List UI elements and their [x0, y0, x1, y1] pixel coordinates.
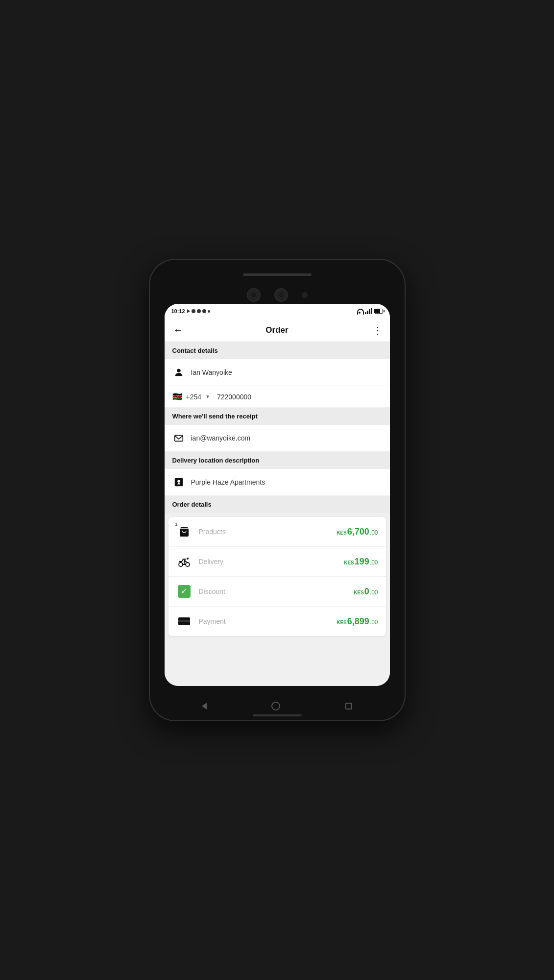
payment-currency: KES	[337, 620, 347, 625]
order-details-card: 1 Products KES 6,700 .00	[169, 517, 386, 636]
discount-label: Discount	[199, 588, 347, 595]
dropdown-arrow-icon[interactable]: ▼	[205, 394, 210, 399]
delivery-price: KES 199 .00	[344, 557, 378, 567]
delivery-currency: KES	[344, 560, 354, 565]
address-row: Purple Haze Apartments	[165, 469, 390, 496]
play-icon	[187, 309, 190, 313]
phone-bottom-nav	[150, 702, 405, 710]
battery-icon	[374, 309, 383, 314]
dot-icon-1	[192, 309, 195, 313]
svg-rect-1	[174, 436, 183, 441]
products-row: 1 Products KES 6,700 .00	[169, 517, 386, 547]
status-icons	[187, 309, 210, 313]
checkmark-icon: ✓	[181, 588, 187, 595]
speaker	[302, 292, 308, 298]
payment-label: Payment	[199, 617, 330, 625]
dot-small	[208, 310, 210, 313]
discount-price-cents: .00	[370, 589, 378, 596]
svg-point-6	[186, 563, 190, 566]
name-row: Ian Wanyoike	[165, 359, 390, 386]
delivery-body: Purple Haze Apartments	[165, 469, 390, 496]
svg-point-5	[179, 563, 183, 566]
back-button[interactable]: ←	[171, 322, 185, 338]
dot-icon-2	[197, 309, 201, 313]
phone-row: 🇰🇪 +254 ▼ 722000000	[165, 386, 390, 408]
products-label: Products	[199, 528, 330, 536]
phone-top-bar	[243, 273, 312, 276]
receipt-body: ian@wanyoike.com	[165, 425, 390, 452]
products-badge: 1	[175, 522, 178, 527]
status-right	[356, 308, 383, 314]
scroll-content[interactable]: Contact details Ian Wanyoike 🇰🇪 +254	[165, 342, 390, 686]
contact-details-header: Contact details	[165, 342, 390, 359]
delivery-header: Delivery location description	[165, 452, 390, 469]
payment-price-cents: .00	[370, 619, 378, 626]
discount-row: ✓ Discount KES 0 .00	[169, 577, 386, 607]
svg-point-3	[177, 480, 180, 483]
phone-bottom-bar	[253, 714, 302, 716]
discount-currency: KES	[354, 590, 364, 595]
top-nav: ← Order ⋮	[165, 318, 390, 342]
camera-right	[274, 288, 288, 302]
status-left: 10:12	[171, 308, 210, 314]
svg-point-0	[177, 369, 180, 372]
contact-details-body: Ian Wanyoike 🇰🇪 +254 ▼ 722000000	[165, 359, 390, 408]
email-icon	[172, 432, 185, 444]
products-price: KES 6,700 .00	[337, 527, 378, 537]
products-currency: KES	[337, 530, 347, 536]
status-time: 10:12	[171, 308, 185, 314]
payment-price: KES 6,899 .00	[337, 616, 378, 627]
svg-point-7	[187, 558, 189, 560]
delivery-price-cents: .00	[370, 559, 378, 566]
phone-cameras	[247, 288, 308, 302]
discount-price: KES 0 .00	[354, 587, 378, 597]
phone-device: 10:12	[150, 260, 405, 720]
receipt-header: Where we'll send the receipt	[165, 408, 390, 425]
delivery-price-main: 199	[355, 557, 369, 567]
page-title: Order	[265, 325, 288, 335]
wifi-icon	[356, 309, 363, 314]
discount-price-main: 0	[364, 587, 369, 597]
delivery-icon-wrap	[176, 554, 192, 569]
phone-number: 722000000	[217, 393, 251, 401]
order-details-header: Order details	[165, 496, 390, 513]
products-price-cents: .00	[370, 529, 378, 536]
email-address: ian@wanyoike.com	[191, 434, 382, 442]
country-code: +254	[186, 393, 202, 401]
basket-icon	[178, 526, 190, 538]
android-back-button[interactable]	[202, 703, 207, 710]
signal-icon	[365, 308, 372, 314]
products-price-main: 6,700	[347, 527, 369, 537]
location-icon	[172, 476, 185, 489]
person-icon	[172, 366, 185, 379]
more-button[interactable]: ⋮	[373, 324, 383, 336]
delivery-bike-icon	[178, 556, 191, 567]
payment-row: Payment KES 6,899 .00	[169, 607, 386, 636]
payment-card-icon	[178, 616, 191, 626]
payment-icon-wrap	[176, 613, 192, 629]
android-recents-button[interactable]	[345, 703, 352, 710]
dot-icon-3	[202, 309, 206, 313]
country-flag: 🇰🇪	[172, 392, 182, 401]
green-checkbox-icon: ✓	[178, 585, 191, 598]
contact-name: Ian Wanyoike	[191, 368, 382, 376]
svg-rect-9	[178, 620, 190, 622]
android-home-button[interactable]	[271, 702, 280, 710]
delivery-label: Delivery	[199, 558, 337, 565]
camera-left	[247, 288, 261, 302]
discount-icon-wrap: ✓	[176, 584, 192, 599]
status-bar: 10:12	[165, 304, 390, 318]
delivery-address: Purple Haze Apartments	[191, 478, 382, 486]
delivery-row: Delivery KES 199 .00	[169, 547, 386, 577]
payment-price-main: 6,899	[347, 616, 369, 627]
email-row: ian@wanyoike.com	[165, 425, 390, 452]
phone-screen: 10:12	[165, 304, 390, 686]
products-icon-wrap: 1	[176, 524, 192, 539]
